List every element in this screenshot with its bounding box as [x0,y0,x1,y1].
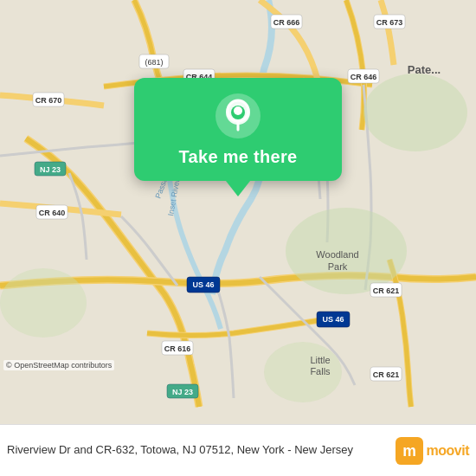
location-pin-icon [215,93,261,138]
svg-text:CR 646: CR 646 [351,73,377,81]
map-container: Passaic River Passaic River Inset River [0,0,476,424]
moovit-logo-icon: m [396,437,423,465]
svg-text:NJ 23: NJ 23 [40,165,61,174]
svg-text:Woodland: Woodland [316,249,358,260]
svg-text:CR 670: CR 670 [35,96,62,105]
bottom-bar: Riverview Dr and CR-632, Totowa, NJ 0751… [0,424,476,476]
svg-point-5 [363,74,467,151]
svg-text:NJ 23: NJ 23 [172,388,193,396]
popup-card: Take me there [134,78,342,181]
svg-text:Little: Little [310,355,330,365]
svg-text:Pate...: Pate... [408,63,441,76]
svg-point-45 [234,106,242,115]
moovit-text: moovit [427,443,469,459]
svg-text:CR 621: CR 621 [373,286,400,295]
svg-text:CR 621: CR 621 [373,370,400,379]
svg-text:US 46: US 46 [322,315,344,324]
svg-text:CR 666: CR 666 [273,18,300,27]
osm-credit: © OpenStreetMap contributors [3,360,114,370]
svg-text:Park: Park [328,261,348,272]
svg-text:CR 640: CR 640 [39,209,66,217]
svg-text:CR 673: CR 673 [376,18,403,27]
svg-text:US 46: US 46 [192,280,214,289]
svg-point-6 [0,268,87,338]
take-me-there-button[interactable]: Take me there [179,147,298,167]
svg-text:Falls: Falls [310,366,331,376]
svg-text:(681): (681) [145,58,163,67]
moovit-logo: m moovit [396,437,469,465]
address-text: Riverview Dr and CR-632, Totowa, NJ 0751… [7,443,396,458]
svg-text:m: m [402,442,416,460]
svg-text:CR 616: CR 616 [164,344,191,353]
